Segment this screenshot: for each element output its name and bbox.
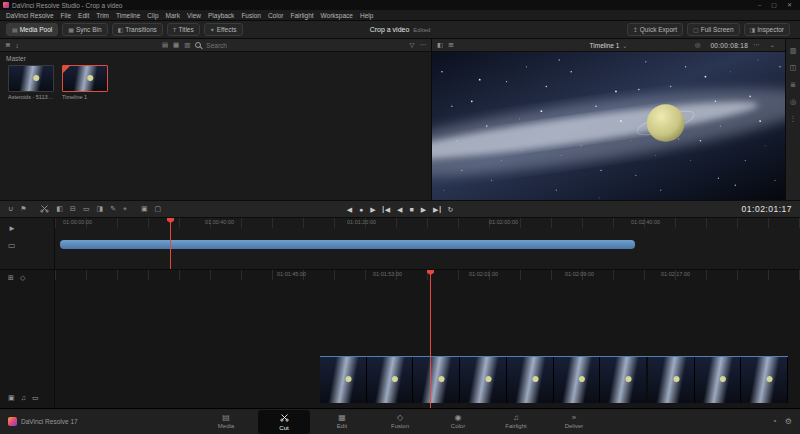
status-indicator-icon[interactable]: ◔ bbox=[772, 417, 777, 426]
clip-thumbnail bbox=[8, 65, 54, 92]
search-icon[interactable] bbox=[195, 42, 201, 48]
play-button[interactable]: ▶ bbox=[421, 206, 426, 213]
step-back-button[interactable]: ◀ bbox=[397, 206, 402, 213]
sync-bin-button[interactable]: ▦ Sync Bin bbox=[62, 23, 107, 36]
strip-view-icon[interactable]: ▥ bbox=[184, 41, 190, 49]
inspector-button[interactable]: ◨ Inspector bbox=[744, 23, 790, 36]
project-settings-gear-icon[interactable]: ⚙ bbox=[785, 417, 792, 426]
menu-item-file[interactable]: File bbox=[61, 12, 71, 19]
menu-item-fairlight[interactable]: Fairlight bbox=[290, 12, 313, 19]
edit-page-icon: ▦ bbox=[338, 414, 346, 422]
menu-item-workspace[interactable]: Workspace bbox=[321, 12, 353, 19]
menu-item-mark[interactable]: Mark bbox=[166, 12, 180, 19]
timeline-selector[interactable]: Timeline 1 ⌄ bbox=[590, 42, 628, 49]
source-mode-icon[interactable]: ◧ bbox=[437, 41, 443, 49]
match-frame-icon[interactable]: ▣ bbox=[141, 205, 148, 213]
flag-icon[interactable]: ⚑ bbox=[20, 205, 26, 213]
snapping-icon[interactable]: ∪ bbox=[8, 205, 13, 213]
menu-item-fusion[interactable]: Fusion bbox=[241, 12, 261, 19]
lock-track-icon[interactable]: ▣ bbox=[8, 394, 15, 402]
clip-frame bbox=[695, 357, 742, 403]
timeline-timecode: 01:02:01:17 bbox=[742, 204, 792, 214]
pointer-tool-icon[interactable]: ► bbox=[8, 224, 16, 233]
menu-item-playback[interactable]: Playback bbox=[208, 12, 234, 19]
overview-playhead[interactable] bbox=[170, 218, 171, 269]
trim-mode-icon[interactable]: ◧ bbox=[56, 205, 63, 213]
viewer-options-icon[interactable]: ⋯ bbox=[753, 41, 760, 49]
track-color-icon[interactable]: ◇ bbox=[20, 274, 25, 282]
import-media-icon[interactable]: ≣ bbox=[5, 41, 10, 49]
media-pool-button[interactable]: ▤ Media Pool bbox=[6, 23, 58, 36]
play-around-back-icon[interactable]: ◀ bbox=[347, 206, 352, 213]
keyframe-icon[interactable]: ◎ bbox=[790, 98, 796, 106]
audio-meter-icon[interactable]: ▥ bbox=[790, 47, 797, 55]
menu-item-timeline[interactable]: Timeline bbox=[116, 12, 140, 19]
thumbnail-view-icon[interactable]: ▦ bbox=[173, 41, 179, 49]
transitions-button[interactable]: ◧ Transitions bbox=[112, 23, 163, 36]
overview-clip-bar[interactable] bbox=[60, 240, 635, 249]
tab-cut[interactable]: Cut bbox=[258, 410, 310, 434]
media-clip-timeline-1[interactable]: Timeline 1 bbox=[62, 65, 108, 100]
transition-icon[interactable]: ⊟ bbox=[70, 205, 76, 213]
metadata-icon[interactable]: ≣ bbox=[790, 81, 796, 89]
overview-track-area[interactable]: 01:00:00:00 01:00:40:00 01:01:20:00 01:0… bbox=[55, 218, 800, 269]
split-clip-icon[interactable] bbox=[40, 204, 49, 214]
video-track-icon[interactable]: ▭ bbox=[32, 394, 39, 402]
tab-edit[interactable]: ▦ Edit bbox=[316, 410, 368, 434]
search-input[interactable] bbox=[206, 42, 266, 49]
title-insert-icon[interactable]: ✎ bbox=[110, 205, 116, 213]
overwrite-clip-icon[interactable]: ◨ bbox=[97, 205, 104, 213]
range-select-icon[interactable]: ▭ bbox=[8, 241, 16, 250]
loop-button[interactable]: ↻ bbox=[447, 206, 453, 213]
go-to-first-frame-button[interactable]: ◀ bbox=[383, 206, 390, 213]
full-screen-button[interactable]: ▢ Full Screen bbox=[687, 23, 740, 36]
effects-button[interactable]: ✦ Effects bbox=[204, 23, 243, 36]
filter-icon[interactable]: ▽ bbox=[410, 41, 415, 49]
menu-bar: DaVinci Resolve File Edit Trim Timeline … bbox=[0, 10, 800, 21]
menu-item-davinci-resolve[interactable]: DaVinci Resolve bbox=[6, 12, 54, 19]
overview-ruler[interactable]: 01:00:00:00 01:00:40:00 01:01:20:00 01:0… bbox=[55, 218, 800, 228]
minimize-button[interactable]: – bbox=[753, 0, 766, 10]
camera-view-icon[interactable]: ▢ bbox=[155, 205, 162, 213]
menu-item-clip[interactable]: Clip bbox=[147, 12, 158, 19]
tab-fairlight[interactable]: ♫ Fairlight bbox=[490, 410, 542, 434]
menu-item-edit[interactable]: Edit bbox=[78, 12, 89, 19]
close-button[interactable]: ✕ bbox=[782, 0, 797, 10]
tab-fusion[interactable]: ◇ Fusion bbox=[374, 410, 426, 434]
tab-deliver[interactable]: » Deliver bbox=[548, 410, 600, 434]
speaker-icon[interactable]: ♫ bbox=[21, 394, 26, 402]
menu-item-trim[interactable]: Trim bbox=[96, 12, 109, 19]
stop-button[interactable]: ■ bbox=[409, 206, 413, 213]
detail-track-area[interactable]: 01:01:45:00 01:01:53:00 01:02:01:00 01:0… bbox=[55, 270, 800, 408]
play-around-icon[interactable]: ● bbox=[359, 206, 363, 213]
go-to-last-frame-button[interactable]: ▶ bbox=[433, 206, 440, 213]
menu-item-view[interactable]: View bbox=[187, 12, 201, 19]
detail-playhead[interactable] bbox=[430, 270, 431, 408]
quick-export-button[interactable]: ↥ Quick Export bbox=[627, 23, 683, 36]
grid-overlay-icon[interactable]: ⊞ bbox=[448, 41, 453, 49]
timeline-options-icon[interactable]: ⊞ bbox=[8, 274, 14, 282]
tab-color[interactable]: ◉ Color bbox=[432, 410, 484, 434]
menu-item-color[interactable]: Color bbox=[268, 12, 284, 19]
zoom-menu-icon[interactable]: ⌄ bbox=[770, 41, 775, 49]
more-options-icon[interactable]: ⋮ bbox=[790, 115, 797, 123]
chevron-down-icon: ⌄ bbox=[622, 42, 627, 49]
tab-media[interactable]: ▤ Media bbox=[200, 410, 252, 434]
titles-button[interactable]: T Titles bbox=[167, 23, 200, 36]
clip-frame bbox=[413, 357, 460, 403]
marker-icon[interactable]: ⌖ bbox=[123, 205, 127, 213]
list-view-icon[interactable]: ▤ bbox=[162, 41, 168, 49]
maximize-button[interactable]: ▢ bbox=[766, 0, 782, 10]
mixer-icon[interactable]: ◫ bbox=[790, 64, 797, 72]
media-pool-panel: ≣ ↕ ▤ ▦ ▥ ▽ ⋯ Master Asteroids - 51135..… bbox=[0, 39, 432, 200]
clip-frame bbox=[320, 357, 367, 403]
media-clip-asteroids[interactable]: Asteroids - 51135... bbox=[8, 65, 54, 100]
play-around-fwd-icon[interactable]: ▶ bbox=[370, 206, 375, 213]
insert-clip-icon[interactable]: ▭ bbox=[83, 205, 90, 213]
video-clip-strip[interactable] bbox=[320, 356, 788, 403]
clip-name: Asteroids - 51135... bbox=[8, 94, 54, 100]
sort-order-icon[interactable]: ↕ bbox=[15, 42, 18, 49]
menu-item-help[interactable]: Help bbox=[360, 12, 373, 19]
bin-options-icon[interactable]: ⋯ bbox=[420, 41, 427, 49]
viewer-video[interactable] bbox=[432, 52, 785, 200]
